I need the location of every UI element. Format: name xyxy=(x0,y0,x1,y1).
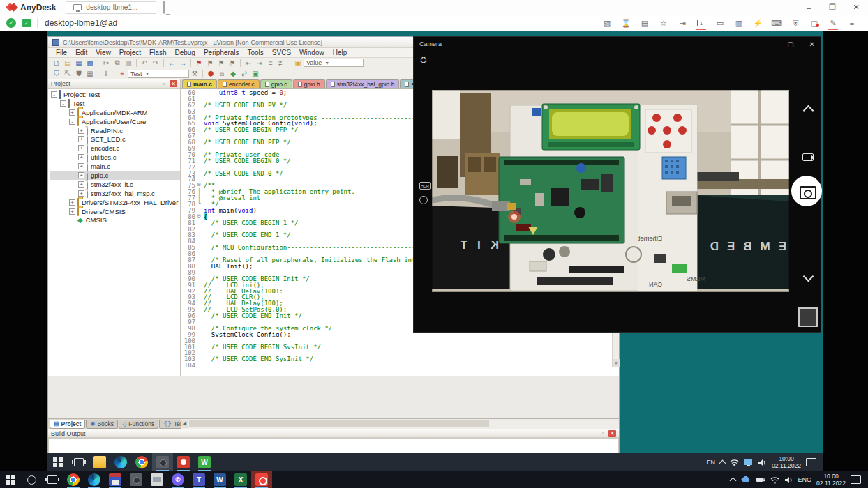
editor-tab-gpio.c[interactable]: gpio.c xyxy=(260,79,292,88)
target-options-icon[interactable]: ⚒ xyxy=(189,69,200,78)
camera-titlebar[interactable]: Camera – ▢ ✕ xyxy=(414,37,821,51)
menu-svcs[interactable]: SVCS xyxy=(269,48,294,57)
copy-icon[interactable]: ⧉ xyxy=(112,59,123,68)
download-icon[interactable]: ⇓ xyxy=(100,69,112,78)
tree-expander-icon[interactable]: + xyxy=(78,128,84,134)
task-view-button[interactable] xyxy=(68,453,89,471)
chrome-button[interactable] xyxy=(131,453,152,471)
excel-button[interactable]: X xyxy=(230,471,251,488)
edge-button[interactable] xyxy=(110,453,131,471)
tree-item-stm32f4xx-it-c[interactable]: +stm32f4xx_it.c xyxy=(50,180,180,189)
tree-item-encoder-c[interactable]: +encoder.c xyxy=(50,144,180,153)
tree-expander-icon[interactable]: + xyxy=(78,190,84,197)
viber-button[interactable]: ✆ xyxy=(167,471,188,488)
video-mode-button[interactable] xyxy=(802,153,814,161)
take-photo-button[interactable] xyxy=(791,176,822,206)
tree-expander-icon[interactable]: + xyxy=(78,172,84,178)
chevron-down-icon[interactable] xyxy=(803,271,814,282)
tree-item-application-mdk-arm[interactable]: +Application/MDK-ARM xyxy=(50,108,180,117)
camera-roll-thumbnail[interactable] xyxy=(798,307,818,327)
code-line-101[interactable]: 101 /* USER CODE BEGIN SysInit */ xyxy=(181,344,612,350)
rebuild-icon[interactable]: ⛊ xyxy=(73,69,84,78)
menu-window[interactable]: Window xyxy=(296,48,328,57)
notification-center-icon[interactable] xyxy=(806,458,816,466)
tree-expander-icon[interactable]: + xyxy=(69,208,75,215)
close-panel-icon[interactable]: ✕ xyxy=(608,430,616,437)
monitor-1-icon[interactable]: 1 xyxy=(695,17,708,29)
open-icon[interactable]: ▤ xyxy=(62,59,73,68)
tree-item-set-led-c[interactable]: +SET_LED.c xyxy=(50,135,180,144)
save-all-icon[interactable]: ▩ xyxy=(84,59,96,68)
keil-uvision-button[interactable] xyxy=(173,453,194,471)
clock[interactable]: 10:0002.11.2022 xyxy=(816,473,846,487)
editor-tab-stm32f4xx_hal_gpio.h[interactable]: stm32f4xx_hal_gpio.h xyxy=(326,79,400,88)
tree-item-utilities-c[interactable]: +utilities.c xyxy=(50,153,180,162)
tree-expander-icon[interactable]: + xyxy=(69,109,75,116)
tree-expander-icon[interactable]: - xyxy=(69,119,75,125)
bookmark-icon[interactable]: ⚑ xyxy=(193,59,204,68)
tray-expand-icon[interactable] xyxy=(719,460,726,467)
scroll-down-icon[interactable]: ▼ xyxy=(613,359,620,367)
translate-icon[interactable]: ⛉ xyxy=(51,69,62,78)
onedrive-icon[interactable] xyxy=(740,476,751,483)
camera-settings-icon[interactable]: ⛭ xyxy=(420,55,427,65)
maximize-button[interactable]: ❐ xyxy=(821,0,844,15)
menu-tools[interactable]: Tools xyxy=(244,48,267,57)
code-line-100[interactable]: 100 xyxy=(181,337,612,344)
bookmark-clear-icon[interactable]: ⚑ xyxy=(227,59,238,68)
clock[interactable]: 10:0002.11.2022 xyxy=(772,455,801,469)
chevron-up-icon[interactable] xyxy=(803,105,814,116)
tree-item-project-test[interactable]: -Project: Test xyxy=(50,90,180,99)
search-button[interactable] xyxy=(21,471,42,488)
pin-icon[interactable]: ▫ xyxy=(160,80,168,87)
redo-icon[interactable]: ↷ xyxy=(150,59,161,68)
tree-item-drivers-stm32f4xx-hal-driver[interactable]: +Drivers/STM32F4xx_HAL_Driver xyxy=(50,198,180,207)
tree-expander-icon[interactable]: + xyxy=(78,163,84,169)
menu-view[interactable]: View xyxy=(92,48,114,57)
target-flag-icon[interactable]: ⌖ xyxy=(117,69,128,78)
wifi-icon[interactable] xyxy=(730,459,739,466)
menu-file[interactable]: File xyxy=(52,48,70,57)
uncomment-icon[interactable]: ≢ xyxy=(276,59,287,68)
tree-expander-icon[interactable]: + xyxy=(78,136,84,142)
bookmark-next-icon[interactable]: ⚑ xyxy=(216,59,227,68)
pack-installer-icon[interactable]: ⬢ xyxy=(205,69,216,78)
file-explorer-button[interactable] xyxy=(89,453,110,471)
update-icon[interactable]: ⇄ xyxy=(239,69,250,78)
permissions-icon[interactable]: ⛨ xyxy=(789,17,802,29)
unindent-icon[interactable]: ⇤ xyxy=(243,59,254,68)
anydesk-taskbar-button[interactable] xyxy=(251,471,272,488)
fold-marker-icon[interactable]: ⊟ xyxy=(197,213,204,220)
wifi-icon[interactable] xyxy=(770,476,779,484)
file-transfer-icon[interactable]: ⇥ xyxy=(676,17,689,29)
manage-components-icon[interactable]: ◆ xyxy=(227,69,239,78)
tree-item-stm32f4xx-hal-msp-c[interactable]: +stm32f4xx_hal_msp.c xyxy=(50,189,180,198)
undo-icon[interactable]: ↶ xyxy=(139,59,150,68)
keyboard-icon[interactable]: ⌨ xyxy=(770,17,783,29)
panel-tab-functions[interactable]: {}Functions xyxy=(119,420,158,429)
code-line-103[interactable]: 103 /* USER CODE END SysInit */ xyxy=(181,356,612,362)
panel-tab-project[interactable]: ▤Project xyxy=(50,420,85,429)
edge-button[interactable] xyxy=(84,471,105,488)
menu-project[interactable]: Project xyxy=(116,48,144,57)
tray-expand-icon[interactable] xyxy=(729,478,736,485)
tree-expander-icon[interactable]: - xyxy=(60,100,66,107)
panel-tab-books[interactable]: ◉Books xyxy=(86,420,118,429)
tree-expander-icon[interactable]: - xyxy=(51,91,57,98)
menu-edit[interactable]: Edit xyxy=(72,48,91,57)
photos-app-button[interactable] xyxy=(147,471,167,488)
scroll-left-icon[interactable]: ◀ xyxy=(181,420,188,428)
start-button[interactable] xyxy=(47,453,68,471)
tree-expander-icon[interactable]: + xyxy=(78,145,84,151)
menu-debug[interactable]: Debug xyxy=(171,48,198,57)
editor-tab-main.c[interactable]: main.c xyxy=(182,79,217,88)
tree-expander-icon[interactable]: + xyxy=(69,199,75,206)
hscrollbar-thumb[interactable] xyxy=(189,420,489,427)
language-indicator[interactable]: ENG xyxy=(798,476,812,483)
save-icon[interactable]: ▦ xyxy=(73,59,84,68)
cut-icon[interactable]: ✂ xyxy=(100,59,112,68)
tree-item-application-user-core[interactable]: -Application/User/Core xyxy=(50,117,180,126)
editor-tab-gpio.h[interactable]: gpio.h xyxy=(293,79,325,88)
task-view-button[interactable] xyxy=(42,471,63,488)
actions-icon[interactable]: ⚡ xyxy=(751,17,764,29)
